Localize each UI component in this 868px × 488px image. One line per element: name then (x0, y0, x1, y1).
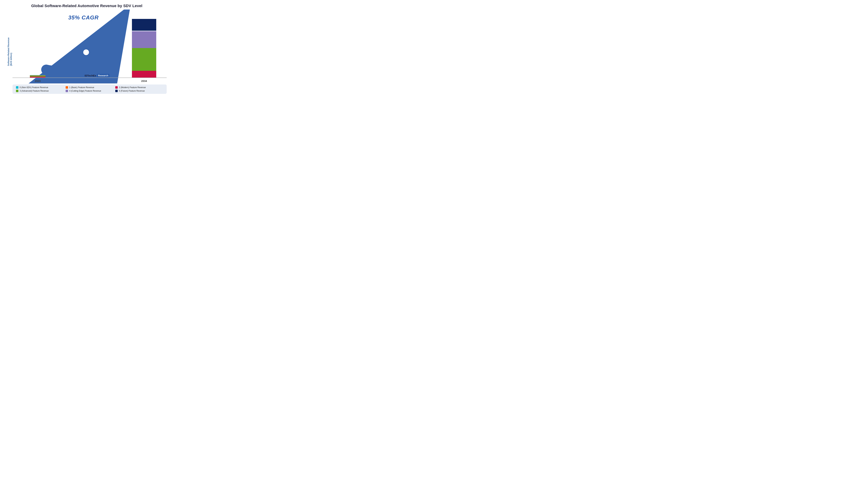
legend-swatch-4 (66, 90, 68, 92)
bar-2034-seg-cuttingedge (132, 31, 156, 48)
watermark-research: Research (97, 74, 110, 77)
bar-2034-seg-future (132, 19, 156, 31)
chart-body: Software-Related Revenue($US billion) (7, 9, 167, 94)
chart-legend: 0 (Non-SDV) Feature Revenue1 (Basic) Fea… (12, 85, 167, 94)
legend-label-1: 1 (Basic) Feature Revenue (69, 86, 94, 89)
legend-item-0: 0 (Non-SDV) Feature Revenue (16, 86, 64, 89)
x-label-2034: 2034 (132, 79, 156, 83)
legend-item-3: 3 (Advanced) Feature Revenue (16, 90, 64, 92)
legend-item-4: 4 (Cutting Edge) Feature Revenue (66, 90, 114, 92)
bar-2034-seg-advanced (132, 48, 156, 71)
legend-swatch-3 (16, 90, 19, 92)
legend-label-4: 4 (Cutting Edge) Feature Revenue (69, 90, 101, 92)
chart-area: 35% CAGR 2023 (12, 9, 167, 94)
svg-point-1 (83, 49, 89, 56)
legend-label-2: 2 (Modern) Feature Revenue (119, 86, 146, 89)
legend-label-0: 0 (Non-SDV) Feature Revenue (20, 86, 48, 89)
legend-swatch-0 (16, 86, 19, 89)
chart-baseline (12, 77, 167, 78)
legend-swatch-1 (66, 86, 68, 89)
legend-item-2: 2 (Modern) Feature Revenue (115, 86, 163, 89)
bar-2034 (132, 19, 156, 77)
legend-swatch-5 (115, 90, 118, 92)
bars-and-arrow: 35% CAGR 2023 (12, 9, 167, 84)
bar-2034-seg-modern (132, 71, 156, 77)
y-axis-label: Software-Related Revenue($US billion) (7, 9, 12, 94)
legend-label-3: 3 (Advanced) Feature Revenue (20, 90, 49, 92)
chart-title: Global Software-Related Automotive Reven… (31, 4, 142, 8)
chart-container: Global Software-Related Automotive Reven… (3, 2, 170, 96)
watermark: IDTechEx Research (85, 74, 110, 77)
x-label-2023: 2023 (30, 79, 45, 83)
legend-item-1: 1 (Basic) Feature Revenue (66, 86, 114, 89)
watermark-brand: IDTechEx (85, 74, 96, 77)
legend-swatch-2 (115, 86, 118, 89)
legend-label-5: 5 (Future) Feature Revenue (119, 90, 145, 92)
bar-2023 (30, 75, 45, 77)
legend-item-5: 5 (Future) Feature Revenue (115, 90, 163, 92)
cagr-label: 35% CAGR (68, 14, 99, 21)
